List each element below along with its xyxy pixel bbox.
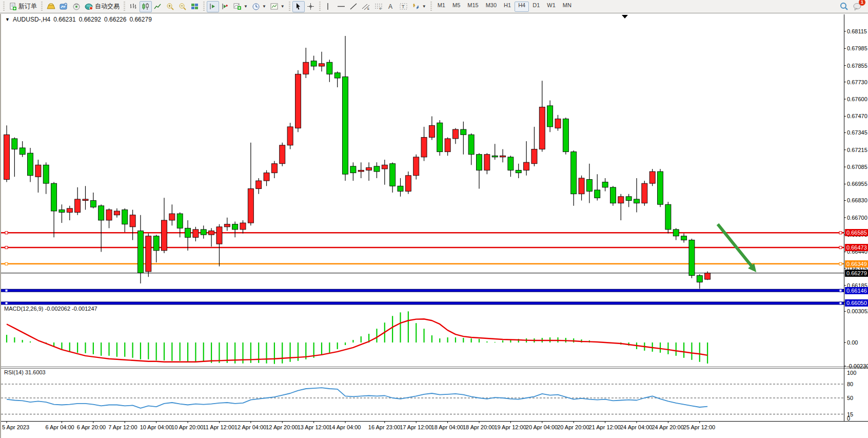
candle[interactable] [311,61,317,66]
candle[interactable] [280,145,285,164]
candle[interactable] [461,129,466,135]
candle[interactable] [59,210,65,212]
crosshair-button[interactable] [305,1,317,12]
vertical-line-tool[interactable] [323,1,335,12]
cursor-button[interactable] [292,1,305,12]
candle[interactable] [579,178,584,194]
candle[interactable] [413,157,419,176]
candle[interactable] [531,149,537,163]
chart-window[interactable]: 0.681150.679850.678550.677300.676000.674… [0,14,868,438]
candle[interactable] [51,183,57,211]
candle[interactable] [334,73,340,78]
candle[interactable] [83,199,88,201]
candle[interactable] [137,231,143,273]
candle[interactable] [390,164,396,186]
candle[interactable] [468,135,474,154]
candle[interactable] [437,123,443,151]
candle[interactable] [146,236,151,272]
candle[interactable] [429,125,435,137]
hline-0.66050[interactable] [0,302,844,304]
candle[interactable] [287,127,293,145]
notifications-button[interactable]: 1 [851,1,864,12]
candle[interactable] [516,170,521,173]
periods-dropdown-caret[interactable]: ▼ [262,4,266,9]
fibonacci-tool[interactable]: F [372,1,385,12]
hline-0.66585[interactable] [0,232,844,234]
candle[interactable] [405,176,411,192]
candle[interactable] [658,172,663,204]
line-handle[interactable] [839,232,842,234]
candle[interactable] [382,165,387,169]
candle[interactable] [524,162,529,170]
candle[interactable] [185,228,191,237]
candle[interactable] [586,179,592,191]
candle[interactable] [343,77,348,174]
candle[interactable] [547,106,553,127]
auto-scroll-button[interactable] [207,1,219,12]
candle[interactable] [232,224,238,230]
candle[interactable] [665,204,671,230]
candle[interactable] [398,186,403,191]
candle[interactable] [264,173,269,181]
timeframe-h4[interactable]: H4 [515,2,529,12]
candle[interactable] [484,155,490,170]
timeframe-w1[interactable]: W1 [543,2,559,12]
zoom-out-button[interactable] [176,1,189,12]
candle[interactable] [216,227,222,244]
chart-shift-button[interactable] [219,1,231,12]
candle[interactable] [445,139,450,152]
trendline-tool[interactable] [347,1,360,12]
macd-axis[interactable]: 0.0030520.00-0.002306 [844,308,868,369]
level-lines[interactable] [0,232,844,304]
timeframe-mn[interactable]: MN [559,2,575,12]
candle[interactable] [319,64,325,66]
candle[interactable] [201,230,206,235]
quick-trade-caret[interactable]: ▼ [5,17,10,22]
timeframe-m1[interactable]: M1 [434,2,449,12]
candle[interactable] [98,206,104,220]
chart-canvas[interactable]: 0.681150.679850.678550.677300.676000.674… [0,14,868,438]
candle[interactable] [610,187,616,203]
autotrade-button[interactable]: 自动交易 [83,1,122,12]
candle[interactable] [193,230,199,237]
line-handle[interactable] [5,262,8,265]
timeframe-m5[interactable]: M5 [449,2,464,12]
line-handle[interactable] [5,302,8,304]
candle[interactable] [358,170,364,172]
line-handle[interactable] [5,246,8,249]
chart-candles-button[interactable] [140,1,152,12]
time-axis[interactable]: 5 Apr 20236 Apr 04:006 Apr 20:007 Apr 12… [2,421,715,430]
candle[interactable] [295,74,301,128]
candle[interactable] [114,211,120,215]
rsi-axis[interactable]: 1008050150 [847,370,856,422]
candle[interactable] [350,166,356,173]
hline-0.66146[interactable] [0,289,844,292]
candle[interactable] [256,181,262,188]
candle[interactable] [67,208,72,213]
arrows-dropdown-caret[interactable]: ▼ [422,4,426,9]
candle[interactable] [681,236,687,240]
candle[interactable] [303,62,309,74]
candle[interactable] [689,240,695,275]
line-handle[interactable] [5,289,8,292]
candle[interactable] [477,155,482,170]
candlestick-series[interactable] [4,36,711,289]
candle[interactable] [705,273,711,279]
line-handle[interactable] [839,289,842,292]
candle[interactable] [12,139,17,149]
templates-dropdown-caret[interactable]: ▼ [281,4,285,9]
tile-windows-button[interactable] [189,1,201,12]
candle[interactable] [122,210,128,224]
timeframe-m30[interactable]: M30 [482,2,500,12]
line-handle[interactable] [839,246,842,249]
candle[interactable] [366,167,372,170]
candle[interactable] [634,199,640,203]
candle[interactable] [571,152,577,194]
timeframe-m15[interactable]: M15 [464,2,482,12]
candle[interactable] [28,153,33,176]
candle[interactable] [106,210,112,220]
line-handle[interactable] [5,232,8,234]
market-depth-button[interactable] [57,1,70,12]
periods-button[interactable]: ▼ [250,1,268,12]
hline-0.66349[interactable] [0,262,844,265]
